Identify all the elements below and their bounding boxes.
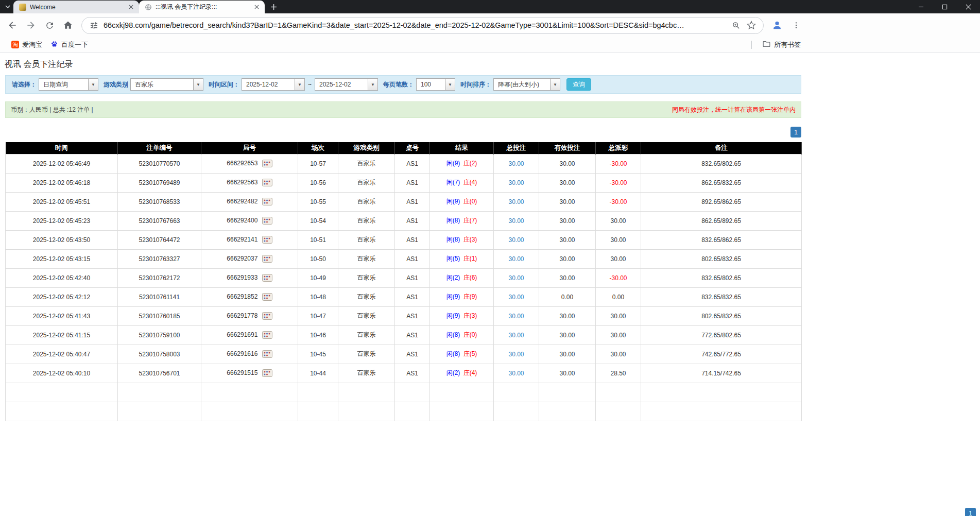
roadmap-icon[interactable] — [262, 198, 272, 205]
tab-strip: Welcome :::视讯 会员下注纪录::: — [0, 0, 980, 13]
total-bet-link[interactable]: 30.00 — [508, 255, 524, 263]
cell-round-id: 666291852 — [201, 287, 298, 306]
bookmarks-bar: 淘 爱淘宝 百度一下 所有书签 — [0, 37, 980, 53]
close-window-button[interactable] — [956, 0, 980, 13]
cell-time: 2025-12-02 05:43:15 — [6, 249, 118, 268]
round-id: 666291852 — [227, 293, 257, 300]
result-player: 闲(9) — [446, 198, 460, 205]
page-size-select[interactable]: 100 ▼ — [416, 78, 455, 91]
cell-round-id: 666292400 — [201, 211, 298, 230]
zoom-icon[interactable] — [730, 20, 742, 31]
cell-payout: 30.00 — [596, 325, 641, 345]
chevron-down-icon[interactable]: ▼ — [88, 78, 98, 91]
cell-payout: -30.00 — [596, 192, 641, 211]
roadmap-icon[interactable] — [262, 179, 272, 186]
table-row: 2025-12-02 05:41:43 523010760185 6662917… — [6, 306, 802, 325]
bookmark-baidu[interactable]: 百度一下 — [46, 39, 92, 50]
total-bet-link[interactable]: 30.00 — [508, 332, 524, 339]
chevron-down-icon[interactable]: ▼ — [368, 78, 378, 91]
baidu-paw-icon — [50, 40, 58, 49]
roadmap-icon[interactable] — [262, 312, 272, 320]
bookmark-taobao[interactable]: 淘 爱淘宝 — [7, 39, 46, 50]
pagination-button[interactable]: 1 — [790, 127, 801, 137]
total-bet-link[interactable]: 30.00 — [508, 160, 524, 167]
roadmap-icon[interactable] — [262, 331, 272, 339]
cell-valid-bet: 30.00 — [539, 192, 596, 211]
maximize-button[interactable] — [933, 0, 956, 13]
page-size-label: 每页笔数： — [383, 80, 414, 89]
total-bet-link[interactable]: 30.00 — [508, 217, 524, 225]
summary-cell — [338, 383, 395, 402]
tab-search-chevron-icon[interactable] — [2, 1, 13, 12]
cell-session: 10-48 — [298, 287, 338, 306]
total-bet-link[interactable]: 30.00 — [508, 351, 524, 358]
tab-close-icon[interactable] — [252, 3, 261, 11]
query-type-select[interactable]: 日期查询 ▼ — [39, 78, 98, 91]
roadmap-icon[interactable] — [262, 274, 272, 282]
total-bet-link[interactable]: 30.00 — [508, 313, 524, 320]
date-start-input[interactable]: 2025-12-02 ▼ — [242, 78, 305, 91]
table-row: 2025-12-02 05:46:18 523010769489 6662925… — [6, 173, 802, 192]
roadmap-icon[interactable] — [262, 160, 272, 167]
roadmap-icon[interactable] — [262, 293, 272, 301]
summary-cell — [641, 383, 802, 402]
summary-cell: 总计 — [6, 402, 118, 421]
date-end-input[interactable]: 2025-12-02 ▼ — [315, 78, 378, 91]
all-bookmarks-label: 所有书签 — [774, 40, 801, 49]
cell-remark: 714.15/742.65 — [641, 364, 802, 383]
search-button[interactable]: 查询 — [566, 78, 591, 91]
cell-session: 10-56 — [298, 173, 338, 192]
cell-session: 10-50 — [298, 249, 338, 268]
chevron-down-icon[interactable]: ▼ — [295, 78, 305, 91]
forward-icon[interactable] — [23, 17, 39, 33]
tab-close-icon[interactable] — [127, 3, 135, 11]
profile-avatar-icon[interactable] — [770, 18, 784, 32]
address-bar[interactable]: 66cxkj98.com/game/betrecord_search/kind3… — [81, 17, 764, 34]
summary-cell: 12 — [118, 402, 201, 421]
reload-icon[interactable] — [41, 17, 58, 33]
roadmap-icon[interactable] — [262, 350, 272, 358]
roadmap-icon[interactable] — [262, 369, 272, 377]
total-bet-link[interactable]: 30.00 — [508, 294, 524, 301]
round-id: 666291691 — [227, 331, 257, 338]
total-bet-link[interactable]: 30.00 — [508, 236, 524, 244]
total-bet-link[interactable]: 30.00 — [508, 198, 524, 205]
chevron-down-icon[interactable]: ▼ — [550, 78, 560, 91]
roadmap-icon[interactable] — [262, 255, 272, 263]
total-bet-link[interactable]: 30.00 — [508, 179, 524, 186]
total-bet-link[interactable]: 30.00 — [508, 370, 524, 377]
cell-remark: 772.65/802.65 — [641, 325, 802, 345]
game-type-select[interactable]: 百家乐 ▼ — [130, 78, 203, 91]
cell-bet-id: 523010764472 — [118, 230, 201, 249]
chevron-down-icon[interactable]: ▼ — [193, 78, 203, 91]
cell-game-type: 百家乐 — [338, 364, 395, 383]
table-row: 2025-12-02 05:41:15 523010759100 6662916… — [6, 325, 802, 345]
result-player: 闲(9) — [446, 293, 460, 300]
new-tab-button[interactable] — [267, 1, 280, 13]
home-icon[interactable] — [60, 17, 76, 33]
total-bet-link[interactable]: 30.00 — [508, 274, 524, 282]
round-id: 666292653 — [227, 160, 257, 167]
cell-valid-bet: 30.00 — [539, 173, 596, 192]
tab-welcome[interactable]: Welcome — [13, 1, 139, 13]
chevron-down-icon[interactable]: ▼ — [445, 78, 455, 91]
site-settings-tune-icon[interactable] — [88, 20, 99, 31]
table-row: 2025-12-02 05:46:49 523010770570 6662926… — [6, 154, 802, 173]
cell-payout: -30.00 — [596, 268, 641, 287]
roadmap-icon[interactable] — [262, 217, 272, 225]
roadmap-icon[interactable] — [262, 236, 272, 244]
minimize-button[interactable] — [909, 0, 933, 13]
tab-bet-records[interactable]: :::视讯 会员下注纪录::: — [139, 1, 265, 13]
bookmark-star-icon[interactable] — [746, 20, 757, 31]
back-icon[interactable] — [4, 17, 21, 33]
all-bookmarks-button[interactable]: 所有书签 — [758, 39, 805, 51]
sort-select[interactable]: 降幂(由大到小) ▼ — [493, 78, 560, 91]
cell-round-id: 666292141 — [201, 230, 298, 249]
cell-total-bet: 30.00 — [494, 268, 539, 287]
cell-round-id: 666292563 — [201, 173, 298, 192]
cell-table-no: AS1 — [395, 192, 430, 211]
pagination-button-bottom[interactable]: 1 — [965, 508, 976, 516]
url-text[interactable]: 66cxkj98.com/game/betrecord_search/kind3… — [104, 21, 726, 29]
browser-menu-kebab-icon[interactable] — [789, 19, 803, 32]
cell-payout: 28.50 — [596, 364, 641, 383]
